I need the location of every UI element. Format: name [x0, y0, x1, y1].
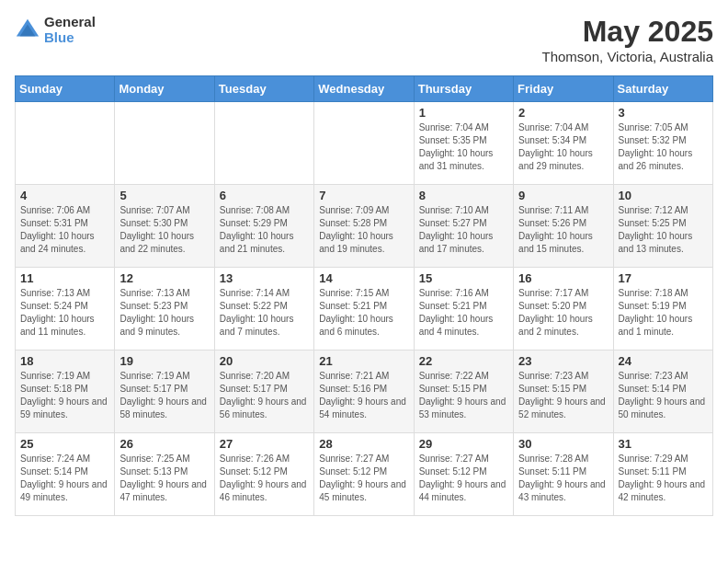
day-number: 31	[619, 437, 708, 451]
calendar-cell: 7Sunrise: 7:09 AMSunset: 5:28 PMDaylight…	[314, 185, 414, 268]
day-number: 29	[419, 437, 508, 451]
calendar-cell: 8Sunrise: 7:10 AMSunset: 5:27 PMDaylight…	[414, 185, 513, 268]
day-info: Sunrise: 7:19 AMSunset: 5:17 PMDaylight:…	[119, 370, 209, 421]
day-number: 12	[119, 271, 209, 285]
calendar-cell: 4Sunrise: 7:06 AMSunset: 5:31 PMDaylight…	[16, 185, 115, 268]
calendar-cell: 11Sunrise: 7:13 AMSunset: 5:24 PMDayligh…	[16, 268, 115, 350]
calendar-week-row: 25Sunrise: 7:24 AMSunset: 5:14 PMDayligh…	[16, 433, 713, 516]
day-info: Sunrise: 7:19 AMSunset: 5:18 PMDaylight:…	[20, 370, 109, 421]
page-header: General Blue May 2025 Thomson, Victoria,…	[15, 15, 713, 64]
day-info: Sunrise: 7:13 AMSunset: 5:24 PMDaylight:…	[20, 287, 109, 339]
day-number: 11	[20, 271, 109, 285]
calendar-week-row: 1Sunrise: 7:04 AMSunset: 5:35 PMDaylight…	[16, 102, 713, 185]
day-info: Sunrise: 7:23 AMSunset: 5:15 PMDaylight:…	[518, 370, 608, 421]
calendar-cell: 6Sunrise: 7:08 AMSunset: 5:29 PMDaylight…	[214, 185, 313, 268]
calendar-cell: 16Sunrise: 7:17 AMSunset: 5:20 PMDayligh…	[514, 268, 613, 350]
day-info: Sunrise: 7:08 AMSunset: 5:29 PMDaylight:…	[220, 204, 309, 256]
day-number: 21	[319, 354, 408, 368]
weekday-header-thursday: Thursday	[414, 76, 513, 102]
calendar-cell: 15Sunrise: 7:16 AMSunset: 5:21 PMDayligh…	[414, 268, 513, 350]
calendar-cell: 26Sunrise: 7:25 AMSunset: 5:13 PMDayligh…	[115, 433, 214, 516]
day-info: Sunrise: 7:29 AMSunset: 5:11 PMDaylight:…	[619, 453, 708, 504]
day-number: 26	[119, 437, 209, 451]
calendar-cell: 24Sunrise: 7:23 AMSunset: 5:14 PMDayligh…	[613, 350, 712, 433]
day-info: Sunrise: 7:26 AMSunset: 5:12 PMDaylight:…	[220, 453, 309, 504]
day-number: 5	[119, 189, 209, 202]
calendar-cell	[314, 102, 414, 185]
title-block: May 2025 Thomson, Victoria, Australia	[542, 15, 713, 64]
day-number: 17	[619, 271, 708, 285]
day-number: 3	[619, 106, 708, 120]
day-info: Sunrise: 7:23 AMSunset: 5:14 PMDaylight:…	[619, 370, 708, 421]
day-info: Sunrise: 7:04 AMSunset: 5:34 PMDaylight:…	[518, 121, 608, 173]
day-number: 4	[20, 189, 109, 202]
day-number: 2	[518, 106, 608, 120]
day-number: 14	[319, 271, 408, 285]
calendar-cell	[214, 102, 313, 185]
logo-icon	[15, 17, 40, 43]
day-number: 7	[319, 189, 408, 202]
day-number: 27	[220, 437, 309, 451]
day-number: 23	[518, 354, 608, 368]
calendar-cell: 27Sunrise: 7:26 AMSunset: 5:12 PMDayligh…	[214, 433, 313, 516]
calendar-cell: 10Sunrise: 7:12 AMSunset: 5:25 PMDayligh…	[613, 185, 712, 268]
day-info: Sunrise: 7:09 AMSunset: 5:28 PMDaylight:…	[319, 204, 408, 256]
weekday-header-friday: Friday	[514, 76, 613, 102]
calendar-week-row: 4Sunrise: 7:06 AMSunset: 5:31 PMDaylight…	[16, 185, 713, 268]
calendar-cell: 25Sunrise: 7:24 AMSunset: 5:14 PMDayligh…	[16, 433, 115, 516]
day-info: Sunrise: 7:06 AMSunset: 5:31 PMDaylight:…	[20, 204, 109, 256]
logo-general: General	[44, 15, 96, 30]
day-info: Sunrise: 7:11 AMSunset: 5:26 PMDaylight:…	[518, 204, 608, 256]
day-number: 16	[518, 271, 608, 285]
calendar-cell: 13Sunrise: 7:14 AMSunset: 5:22 PMDayligh…	[214, 268, 313, 350]
calendar-cell: 17Sunrise: 7:18 AMSunset: 5:19 PMDayligh…	[613, 268, 712, 350]
calendar-cell: 20Sunrise: 7:20 AMSunset: 5:17 PMDayligh…	[214, 350, 313, 433]
day-number: 1	[419, 106, 508, 120]
day-info: Sunrise: 7:13 AMSunset: 5:23 PMDaylight:…	[119, 287, 209, 339]
calendar-cell: 28Sunrise: 7:27 AMSunset: 5:12 PMDayligh…	[314, 433, 414, 516]
day-number: 24	[619, 354, 708, 368]
calendar-cell: 1Sunrise: 7:04 AMSunset: 5:35 PMDaylight…	[414, 102, 513, 185]
day-number: 30	[518, 437, 608, 451]
logo-text: General Blue	[44, 15, 96, 45]
day-info: Sunrise: 7:25 AMSunset: 5:13 PMDaylight:…	[119, 453, 209, 504]
day-number: 9	[518, 189, 608, 202]
day-info: Sunrise: 7:15 AMSunset: 5:21 PMDaylight:…	[319, 287, 408, 339]
weekday-header-row: SundayMondayTuesdayWednesdayThursdayFrid…	[16, 76, 713, 102]
calendar-week-row: 11Sunrise: 7:13 AMSunset: 5:24 PMDayligh…	[16, 268, 713, 350]
calendar-week-row: 18Sunrise: 7:19 AMSunset: 5:18 PMDayligh…	[16, 350, 713, 433]
weekday-header-tuesday: Tuesday	[214, 76, 313, 102]
day-number: 13	[220, 271, 309, 285]
day-info: Sunrise: 7:17 AMSunset: 5:20 PMDaylight:…	[518, 287, 608, 339]
calendar-cell: 30Sunrise: 7:28 AMSunset: 5:11 PMDayligh…	[514, 433, 613, 516]
day-info: Sunrise: 7:07 AMSunset: 5:30 PMDaylight:…	[119, 204, 209, 256]
day-info: Sunrise: 7:14 AMSunset: 5:22 PMDaylight:…	[220, 287, 309, 339]
weekday-header-sunday: Sunday	[16, 76, 115, 102]
calendar-cell: 23Sunrise: 7:23 AMSunset: 5:15 PMDayligh…	[514, 350, 613, 433]
subtitle: Thomson, Victoria, Australia	[542, 49, 713, 64]
calendar-cell: 12Sunrise: 7:13 AMSunset: 5:23 PMDayligh…	[115, 268, 214, 350]
day-info: Sunrise: 7:12 AMSunset: 5:25 PMDaylight:…	[619, 204, 708, 256]
weekday-header-monday: Monday	[115, 76, 214, 102]
day-info: Sunrise: 7:20 AMSunset: 5:17 PMDaylight:…	[220, 370, 309, 421]
calendar-cell: 19Sunrise: 7:19 AMSunset: 5:17 PMDayligh…	[115, 350, 214, 433]
day-number: 20	[220, 354, 309, 368]
day-info: Sunrise: 7:18 AMSunset: 5:19 PMDaylight:…	[619, 287, 708, 339]
calendar-cell: 21Sunrise: 7:21 AMSunset: 5:16 PMDayligh…	[314, 350, 414, 433]
weekday-header-saturday: Saturday	[613, 76, 712, 102]
calendar-cell	[16, 102, 115, 185]
weekday-header-wednesday: Wednesday	[314, 76, 414, 102]
day-number: 22	[419, 354, 508, 368]
main-title: May 2025	[542, 15, 713, 49]
day-number: 28	[319, 437, 408, 451]
day-info: Sunrise: 7:04 AMSunset: 5:35 PMDaylight:…	[419, 121, 508, 173]
logo: General Blue	[15, 15, 96, 45]
logo-blue: Blue	[44, 30, 96, 46]
calendar-cell: 14Sunrise: 7:15 AMSunset: 5:21 PMDayligh…	[314, 268, 414, 350]
day-number: 25	[20, 437, 109, 451]
day-number: 6	[220, 189, 309, 202]
day-info: Sunrise: 7:16 AMSunset: 5:21 PMDaylight:…	[419, 287, 508, 339]
day-number: 19	[119, 354, 209, 368]
day-info: Sunrise: 7:27 AMSunset: 5:12 PMDaylight:…	[419, 453, 508, 504]
calendar-cell: 22Sunrise: 7:22 AMSunset: 5:15 PMDayligh…	[414, 350, 513, 433]
